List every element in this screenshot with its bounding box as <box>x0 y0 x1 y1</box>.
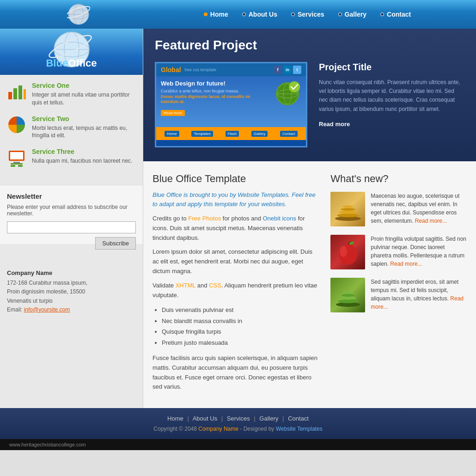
main-wrapper: BlueOffice Service One Integer sit amet … <box>0 29 476 408</box>
service-one-icon <box>7 82 26 101</box>
bullet-1: Duis venenatis pulvinar est <box>162 305 319 315</box>
footer-contact[interactable]: Contact <box>288 415 309 422</box>
main-validate: Validate XHTML and CSS. Aliquam hendreri… <box>153 281 319 300</box>
svg-point-26 <box>289 81 300 92</box>
preview-footer: Home Templates Flash Gallery Contact <box>156 127 306 140</box>
address-line2: Proin dignissim molestie, 15500 <box>7 288 85 295</box>
featured-info: Project Title Nunc vitae consequat nibh.… <box>319 62 464 147</box>
svg-point-30 <box>341 208 355 211</box>
free-photos-link[interactable]: Free Photos <box>188 215 221 222</box>
sidebar: BlueOffice Service One Integer sit amet … <box>0 29 143 408</box>
apple-svg <box>334 238 362 266</box>
svg-point-33 <box>340 246 347 257</box>
service-one-item: Service One Integer sit amet nulla vitae… <box>7 82 136 107</box>
nav-link-gallery[interactable]: Gallery <box>345 11 366 18</box>
featured-title: Featured Project <box>155 38 464 53</box>
logo-text: BlueOffice <box>46 57 97 69</box>
logo-blue: Blue <box>46 57 68 69</box>
nav-item-home[interactable]: Home <box>204 11 228 18</box>
bullet-4: Pretium justo malesuada <box>162 337 319 348</box>
plates-svg-3 <box>334 281 362 309</box>
preview-para: Curabitur a ante tellus, non feugiat mas… <box>161 89 269 105</box>
main-content: Blue Office Template Blue Office is brou… <box>143 161 476 408</box>
nav-item-about[interactable]: About Us <box>242 11 277 18</box>
service-one-title: Service One <box>32 82 136 89</box>
nav-item-services[interactable]: Services <box>291 11 324 18</box>
nav-dot-home <box>204 12 207 16</box>
newsletter-input[interactable] <box>7 221 136 233</box>
footer: Home | About Us | Services | Gallery | C… <box>0 408 476 439</box>
preview-tagline: free css template <box>185 67 217 72</box>
sidebar-services: Service One Integer sit amet nulla vitae… <box>0 75 143 183</box>
nav-item-contact[interactable]: Contact <box>380 11 411 18</box>
onebit-link[interactable]: Onebit icons <box>263 215 296 222</box>
right-column: What's new? <box>330 173 467 397</box>
nav-link-contact[interactable]: Contact <box>387 11 411 18</box>
footer-company[interactable]: Company Name <box>198 426 238 432</box>
address-line3: Venenatis ut turpis <box>7 298 53 304</box>
email-link[interactable]: info@yoursite.com <box>24 306 70 313</box>
news-thumb-3 <box>330 278 365 312</box>
preview-logo: Global <box>161 66 181 73</box>
company-address: 172-168 Curabitur massa ipsum, Proin dig… <box>7 279 136 314</box>
nav-link-home[interactable]: Home <box>210 11 228 18</box>
footer-website-templates[interactable]: Website Templates <box>276 426 323 432</box>
svg-point-28 <box>337 214 359 217</box>
news-readmore-1[interactable]: Read more... <box>415 218 447 224</box>
xhtml-link[interactable]: XHTML <box>176 282 196 289</box>
footer-btn-2: Templates <box>191 131 213 137</box>
nav-item-gallery[interactable]: Gallery <box>338 11 366 18</box>
nav-links: Home About Us Services Gallery Contact <box>148 11 467 18</box>
service-one-desc: Integer sit amet nulla vitae urna portti… <box>32 91 136 107</box>
service-three-desc: Nulla quam mi, faucibus non laoreet nec. <box>32 157 132 165</box>
svg-point-39 <box>343 291 353 293</box>
nav-link-about[interactable]: About Us <box>249 11 277 18</box>
main-section-title: Blue Office Template <box>153 173 319 185</box>
featured-image: Global free css template f in t Web Desi… <box>155 62 307 147</box>
service-three-icon <box>7 148 26 167</box>
newsletter-desc: Please enter your email address to subsc… <box>7 204 136 217</box>
news-thumb-plates-1 <box>330 192 365 226</box>
address-line1: 172-168 Curabitur massa ipsum, <box>7 280 87 286</box>
sidebar-logo: BlueOffice <box>0 29 143 75</box>
service-two-icon <box>7 115 26 134</box>
featured-read-more[interactable]: Read more <box>319 121 350 128</box>
footer-btn-3: Flash <box>226 131 239 137</box>
project-preview: Global free css template f in t Web Desi… <box>156 63 306 146</box>
newsletter-section: Newsletter Please enter your email addre… <box>0 185 143 244</box>
email-label: Email: <box>7 306 22 313</box>
nav-dot-contact <box>380 12 384 16</box>
top-navigation: Home About Us Services Gallery Contact <box>0 0 476 29</box>
project-title: Project Title <box>319 62 464 73</box>
preview-body: Web Design for future! Curabitur a ante … <box>156 76 306 127</box>
news-readmore-2[interactable]: Read more... <box>390 261 422 267</box>
content-area: Featured Project Global free css templat… <box>143 29 476 408</box>
main-para2: Lorem ipsum dolor sit amet, consectetur … <box>153 247 319 276</box>
svg-rect-20 <box>18 165 23 167</box>
preview-readmore: Read more <box>161 110 185 116</box>
svg-rect-18 <box>11 163 23 165</box>
news-thumb-bowls <box>330 278 365 312</box>
footer-services[interactable]: Services <box>227 415 250 422</box>
whats-new-title: What's new? <box>330 173 467 185</box>
facebook-icon: f <box>274 66 282 74</box>
company-info: Company Name 172-168 Curabitur massa ips… <box>0 262 143 321</box>
footer-about[interactable]: About Us <box>193 415 217 422</box>
service-three-text: Service Three Nulla quam mi, faucibus no… <box>32 148 132 165</box>
news-thumb-1 <box>330 192 365 226</box>
logo-white: Office <box>68 57 97 69</box>
svg-point-31 <box>342 205 354 207</box>
nav-link-services[interactable]: Services <box>298 11 324 18</box>
svg-rect-12 <box>18 85 22 99</box>
bullet-2: Nec blandit massa convallis in <box>162 316 319 326</box>
footer-nav: Home | About Us | Services | Gallery | C… <box>9 415 467 422</box>
footer-bottom-bar: www.heritagechristiancollege.com <box>0 439 476 450</box>
footer-home[interactable]: Home <box>167 415 183 422</box>
css-link[interactable]: CSS <box>209 282 221 289</box>
main-intro: Blue Office is brought to you by Website… <box>153 190 319 208</box>
company-name: Company Name <box>7 269 136 276</box>
footer-gallery[interactable]: Gallery <box>259 415 278 422</box>
service-three-title: Service Three <box>32 148 132 155</box>
subscribe-button[interactable]: Subscribe <box>95 237 136 250</box>
footer-copy: Copyright © 2048 Company Name - Designed… <box>9 426 467 432</box>
